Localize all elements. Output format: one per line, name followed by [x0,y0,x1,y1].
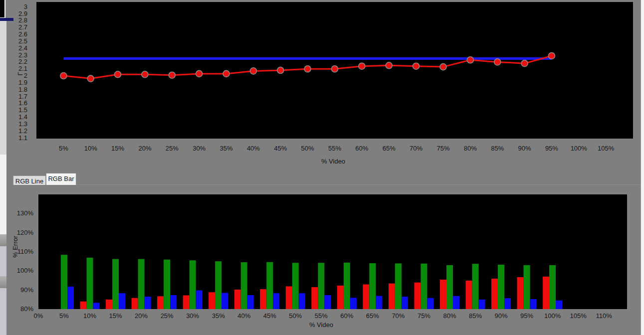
background-panel-fragment [0,288,6,335]
error-x-axis-title: % Video [301,321,341,329]
tab-rgb-bar[interactable]: RGB Bar [46,173,76,185]
x-tick-label: 75% [411,313,437,320]
background-panel-fragment [0,21,6,155]
x-tick-label: 85% [462,313,489,320]
background-panel-fragment [0,246,6,276]
x-tick-label: 90% [488,313,515,320]
x-tick-label: 80% [436,313,463,320]
x-tick-label: 105% [565,313,592,320]
x-tick-label: 40% [230,313,257,320]
x-tick-label: 0% [25,313,52,320]
x-tick-label: 20% [128,313,155,320]
x-tick-label: 60% [333,313,360,320]
measures-window: Γ 32.92.82.72.62.52.42.32.22.121.91.81.7… [0,0,644,335]
x-tick-label: 95% [513,313,540,320]
x-tick-label: 15% [102,313,129,320]
background-window-icon-fragment [0,0,5,18]
tab-rgb-line[interactable]: RGB Line [13,175,46,185]
background-button-fragment [0,276,6,288]
x-tick-label: 45% [256,313,283,320]
x-tick-label: 50% [282,313,309,320]
x-tick-label: 30% [179,313,206,320]
x-tick-label: 10% [76,313,103,320]
x-tick-label: 25% [154,313,181,320]
background-panel-fragment [0,155,6,234]
x-tick-label: 100% [539,313,566,320]
background-button-fragment [0,234,6,246]
x-tick-label: 35% [205,313,232,320]
error-x-axis: 0%5%10%15%20%25%30%35%40%45%50%55%60%65%… [0,0,644,335]
x-tick-label: 5% [51,313,78,320]
x-tick-label: 110% [591,313,618,320]
x-tick-label: 55% [308,313,335,320]
x-tick-label: 65% [359,313,386,320]
x-tick-label: 70% [385,313,412,320]
window-edge-strip [641,0,644,335]
